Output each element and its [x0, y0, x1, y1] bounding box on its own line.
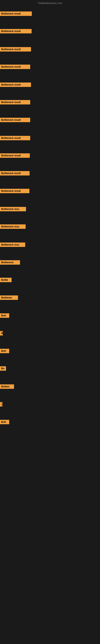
bottleneck-badge-9: Bottleneck result [0, 153, 30, 158]
bottleneck-badge-6: Bottleneck result [0, 100, 30, 104]
bottleneck-badge-15: Bottleneck [0, 260, 20, 265]
bottleneck-badge-19: B [0, 331, 3, 336]
bottleneck-badge-18: Bott [0, 313, 9, 318]
bottleneck-badge-8: Bottleneck result [0, 136, 30, 140]
bottleneck-badge-3: Bottleneck result [0, 47, 31, 52]
bottleneck-badge-24: Bott [0, 420, 9, 424]
bottleneck-badge-13: Bottleneck resu [0, 224, 26, 229]
bottleneck-badge-20: Bott [0, 349, 9, 353]
bottleneck-badge-16: Bottle [0, 278, 12, 282]
bottleneck-badge-14: Bottleneck resu [0, 242, 25, 247]
bottleneck-badge-12: Bottleneck resu [0, 207, 26, 211]
bottleneck-badge-10: Bottleneck result [0, 171, 30, 176]
bottleneck-badge-4: Bottleneck result [0, 64, 30, 69]
bottleneck-badge-5: Bottleneck result [0, 82, 31, 87]
bottleneck-badge-11: Bottleneck result [0, 189, 29, 193]
bottleneck-badge-21: Bo [0, 366, 6, 371]
site-title: TheBottlenecker.com [0, 2, 100, 5]
bottleneck-badge-7: Bottleneck result [0, 118, 30, 122]
bottleneck-badge-23: | [0, 402, 2, 406]
bottleneck-badge-17: Bottlenec [0, 296, 18, 300]
bottleneck-badge-22: Bottlen [0, 384, 14, 389]
bottleneck-badge-1: Bottleneck result [0, 12, 32, 16]
bottleneck-badge-2: Bottleneck result [0, 29, 32, 34]
